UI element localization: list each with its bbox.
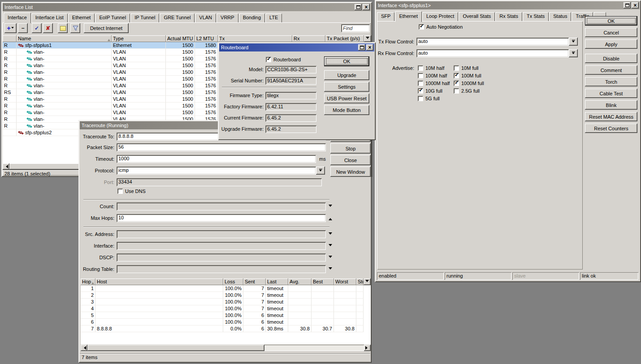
advertise-2-5g-full-checkbox[interactable]	[454, 88, 459, 94]
scroll-left-button[interactable]	[81, 345, 87, 351]
maximize-button[interactable]	[355, 4, 362, 10]
column-tx[interactable]: Tx	[218, 35, 292, 42]
mode-button-button[interactable]: Mode Button	[324, 105, 369, 115]
hop-row[interactable]: 1100.0%7timeout	[81, 285, 371, 292]
rx-flow-dropdown-button[interactable]	[569, 49, 578, 57]
close-button[interactable]: ×	[632, 2, 639, 9]
cancel-button[interactable]: Cancel	[585, 28, 637, 37]
upgrade-button[interactable]: Upgrade	[324, 70, 369, 80]
blink-button[interactable]: Blink	[585, 100, 637, 110]
tab-ethernet[interactable]: Ethernet	[68, 13, 95, 22]
src-address-dropdown-button[interactable]	[328, 231, 333, 237]
scroll-left-button[interactable]	[3, 163, 9, 170]
maximize-button[interactable]	[358, 44, 365, 51]
settings-button[interactable]: Settings	[324, 82, 369, 92]
tab-gre-tunnel[interactable]: GRE Tunnel	[160, 13, 195, 22]
src-address-field[interactable]	[117, 230, 326, 238]
hop-row[interactable]: 4100.0%7timeout	[81, 305, 371, 312]
ok-button[interactable]: OK	[324, 56, 369, 66]
column-chooser-button[interactable]	[364, 278, 371, 285]
stop-button[interactable]: Stop	[330, 143, 371, 154]
find-input[interactable]	[341, 24, 370, 32]
advertise-10m-full-checkbox[interactable]	[454, 65, 459, 71]
new-window-button[interactable]: New Window	[330, 167, 371, 177]
column-sent[interactable]: Sent	[243, 278, 266, 285]
protocol-dropdown-button[interactable]	[316, 167, 325, 175]
advertise-100m-full-checkbox[interactable]	[454, 73, 459, 78]
tab-lte[interactable]: LTE	[265, 13, 282, 22]
column-rx[interactable]: Rx	[292, 35, 325, 42]
dscp-field[interactable]	[117, 253, 326, 261]
dscp-dropdown-button[interactable]	[328, 255, 333, 260]
filter-button[interactable]	[70, 23, 80, 33]
advertise-5g-full-checkbox[interactable]	[418, 96, 423, 101]
tab-ip-tunnel[interactable]: IP Tunnel	[130, 13, 159, 22]
column-name[interactable]: Name	[17, 35, 112, 42]
advertise-1000m-half-checkbox[interactable]	[418, 81, 423, 86]
rx-flow-field[interactable]: auto	[416, 49, 569, 57]
column-hop[interactable]: Hop	[81, 278, 95, 285]
horizontal-scrollbar[interactable]	[81, 345, 371, 351]
timeout-field[interactable]: 1000	[117, 155, 316, 163]
column-actual-mtu[interactable]: Actual MTU	[166, 35, 195, 42]
usb-power-reset-button[interactable]: USB Power Reset	[324, 94, 369, 103]
disable-button[interactable]: ✘	[43, 23, 53, 33]
reset-mac-address-button[interactable]: Reset MAC Address	[585, 112, 637, 121]
tab-status[interactable]: Status	[549, 12, 571, 21]
reset-counters-button[interactable]: Reset Counters	[585, 124, 637, 133]
close-button[interactable]: ×	[363, 4, 370, 10]
interface-field[interactable]	[117, 242, 326, 250]
tab-interface-list[interactable]: Interface List	[31, 13, 68, 22]
torch-button[interactable]: Torch	[585, 77, 637, 86]
column-tx-packet[interactable]: Tx Packet (p/s)	[325, 35, 364, 42]
enable-button[interactable]: ✓	[32, 23, 42, 33]
remove-button[interactable]: −	[18, 23, 28, 33]
max-hops-up-button[interactable]	[328, 215, 333, 221]
count-field[interactable]	[117, 202, 326, 210]
titlebar[interactable]: Interface <sfp-sfpplus1> ×	[376, 1, 640, 9]
column-chooser-button[interactable]	[364, 35, 371, 42]
hop-row[interactable]: 6100.0%6timeout	[81, 319, 371, 325]
tab-eoip-tunnel[interactable]: EoIP Tunnel	[95, 13, 130, 22]
max-hops-field[interactable]: 10	[117, 214, 326, 222]
detect-internet-button[interactable]: Detect Internet	[84, 23, 129, 33]
cable-test-button[interactable]: Cable Test	[585, 89, 637, 98]
use-dns-checkbox[interactable]	[117, 188, 123, 194]
column-last[interactable]: Last	[266, 278, 288, 285]
comment-button[interactable]: Comment	[585, 65, 637, 75]
column-best[interactable]: Best	[312, 278, 334, 285]
titlebar[interactable]: Routerboard ×	[219, 43, 374, 51]
column-loss[interactable]: Loss	[223, 278, 243, 285]
column-type[interactable]: Type	[112, 35, 166, 42]
column-host[interactable]: Host	[95, 278, 223, 285]
count-dropdown-button[interactable]	[328, 204, 333, 209]
column-worst[interactable]: Worst	[334, 278, 356, 285]
tx-flow-field[interactable]: auto	[416, 38, 569, 46]
tab-sfp[interactable]: SFP	[377, 12, 394, 21]
packet-size-field[interactable]: 56	[117, 143, 326, 151]
comment-button[interactable]	[58, 23, 68, 33]
titlebar[interactable]: Interface List ×	[3, 3, 371, 11]
advertise-10g-full-checkbox[interactable]	[418, 88, 423, 94]
hop-row[interactable]: 5100.0%6timeout	[81, 312, 371, 319]
tab-vrrp[interactable]: VRRP	[217, 13, 238, 22]
tab-loop-protect[interactable]: Loop Protect	[422, 12, 458, 21]
routing-table-field[interactable]	[117, 265, 326, 273]
disable-button[interactable]: Disable	[585, 54, 637, 63]
ok-button[interactable]: OK	[585, 16, 637, 26]
column-std[interactable]: Std	[356, 278, 364, 285]
tab-bonding[interactable]: Bonding	[239, 13, 265, 22]
tab-tx-stats[interactable]: Tx Stats	[523, 12, 549, 21]
close-window-button[interactable]: Close	[330, 155, 371, 165]
tab-rx-stats[interactable]: Rx Stats	[495, 12, 522, 21]
scrollbar-thumb[interactable]	[87, 345, 264, 351]
tab-interface[interactable]: Interface	[4, 13, 31, 23]
tab-vlan[interactable]: VLAN	[195, 13, 216, 22]
advertise-10m-half-checkbox[interactable]	[418, 65, 423, 71]
routerboard-checkbox[interactable]	[266, 57, 271, 62]
tab-ethernet[interactable]: Ethernet	[395, 11, 422, 22]
protocol-field[interactable]: icmp	[117, 167, 316, 175]
routing-table-dropdown-button[interactable]	[328, 266, 333, 272]
close-button[interactable]: ×	[366, 44, 373, 51]
hop-row[interactable]: 2100.0%7timeout	[81, 292, 371, 299]
